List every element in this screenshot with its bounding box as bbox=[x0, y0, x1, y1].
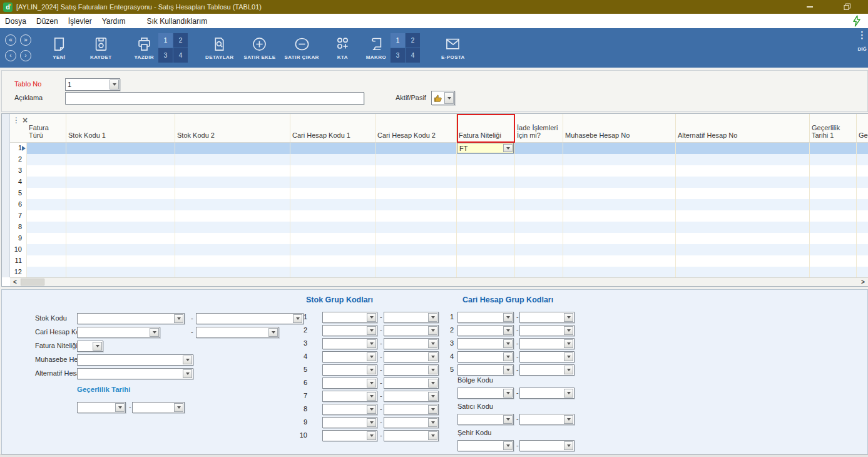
yeni-button[interactable]: YENİ bbox=[51, 36, 68, 60]
diger-button[interactable]: ⋮ DİĞ bbox=[857, 32, 867, 52]
grid-cell[interactable] bbox=[27, 255, 66, 267]
stock-group-combo[interactable] bbox=[384, 325, 439, 336]
grid-cell[interactable] bbox=[563, 177, 676, 188]
lightning-icon[interactable] bbox=[850, 14, 863, 29]
chevron-down-icon[interactable] bbox=[367, 313, 376, 322]
chevron-down-icon[interactable] bbox=[564, 389, 573, 398]
row-header[interactable]: 5 bbox=[10, 188, 27, 199]
row-header[interactable]: 7 bbox=[10, 210, 27, 222]
grid-cell[interactable] bbox=[676, 143, 810, 154]
grid-cell[interactable] bbox=[290, 199, 375, 210]
grid-cell[interactable] bbox=[857, 255, 868, 267]
grid-cell[interactable] bbox=[457, 222, 515, 233]
grid-column-header[interactable]: Cari Hesap Kodu 2 bbox=[375, 114, 457, 142]
stock-group-combo[interactable] bbox=[322, 404, 377, 415]
grid-cell[interactable] bbox=[66, 199, 175, 210]
chevron-down-icon[interactable] bbox=[93, 342, 102, 351]
makro-page-2[interactable]: 2 bbox=[406, 33, 420, 48]
stock-group-combo[interactable] bbox=[322, 364, 377, 376]
grid-cell[interactable] bbox=[457, 154, 515, 165]
stock-group-combo[interactable] bbox=[384, 417, 439, 428]
grid-cell[interactable] bbox=[857, 233, 868, 244]
grid-corner-cell[interactable]: ⋮× bbox=[10, 114, 27, 142]
grid-cell[interactable] bbox=[375, 188, 457, 199]
code-field-combo[interactable] bbox=[457, 440, 514, 451]
account-group-combo[interactable] bbox=[519, 325, 574, 336]
eposta-button[interactable]: E-POSTA bbox=[441, 36, 465, 60]
chevron-down-icon[interactable] bbox=[503, 366, 513, 374]
stock-group-combo[interactable] bbox=[322, 325, 377, 336]
stock-group-combo[interactable] bbox=[384, 430, 439, 441]
grid-column-header[interactable]: İade İşlemleri İçin mi? bbox=[515, 114, 563, 142]
makro-page-1[interactable]: 1 bbox=[391, 33, 405, 48]
grid-cell[interactable] bbox=[457, 165, 515, 177]
grid-cell[interactable] bbox=[515, 244, 563, 255]
kaydet-button[interactable]: KAYDET bbox=[90, 36, 112, 60]
grid-cell[interactable] bbox=[563, 233, 676, 244]
grid-cell[interactable] bbox=[457, 233, 515, 244]
grid-column-header[interactable]: Muhasebe Hesap No bbox=[563, 114, 676, 142]
grid-cell[interactable] bbox=[515, 165, 563, 177]
grid-cell[interactable] bbox=[175, 233, 290, 244]
row-header[interactable]: 12 bbox=[10, 267, 27, 278]
grid-cell[interactable] bbox=[563, 188, 676, 199]
grid-cell[interactable] bbox=[563, 267, 676, 278]
grid-cell[interactable] bbox=[290, 154, 375, 165]
grid-cell[interactable] bbox=[457, 188, 515, 199]
grid-cell[interactable] bbox=[27, 222, 66, 233]
chevron-down-icon[interactable] bbox=[564, 339, 573, 348]
grid-cell[interactable] bbox=[290, 222, 375, 233]
stock-group-combo[interactable] bbox=[322, 312, 377, 323]
grid-cell[interactable] bbox=[515, 210, 563, 222]
grid-cell[interactable] bbox=[857, 210, 868, 222]
grid-column-header[interactable]: Stok Kodu 1 bbox=[66, 114, 175, 142]
makro-page-3[interactable]: 3 bbox=[391, 48, 405, 63]
row-header[interactable]: 9 bbox=[10, 233, 27, 244]
menu-duzen[interactable]: Düzen bbox=[31, 15, 63, 28]
aktif-pasif-combo[interactable] bbox=[431, 91, 455, 105]
aciklama-input[interactable] bbox=[65, 92, 364, 105]
grid-cell[interactable] bbox=[810, 210, 857, 222]
chevron-down-icon[interactable] bbox=[428, 352, 437, 361]
chevron-down-icon[interactable] bbox=[367, 339, 376, 348]
stock-group-combo[interactable] bbox=[322, 391, 377, 402]
grid-horizontal-scrollbar[interactable]: < > bbox=[10, 277, 868, 286]
chevron-down-icon[interactable] bbox=[367, 352, 376, 361]
grid-cell[interactable] bbox=[290, 267, 375, 278]
grid-cell[interactable] bbox=[27, 210, 66, 222]
grid-cell[interactable] bbox=[175, 210, 290, 222]
chevron-down-icon[interactable] bbox=[174, 314, 183, 323]
grid-cell[interactable] bbox=[175, 188, 290, 199]
menu-yardim[interactable]: Yardım bbox=[97, 15, 131, 28]
grid-cell[interactable] bbox=[515, 177, 563, 188]
kta-button[interactable]: KTA bbox=[334, 36, 351, 60]
grid-cell[interactable] bbox=[810, 177, 857, 188]
grid-cell[interactable] bbox=[27, 188, 66, 199]
grid-cell[interactable] bbox=[676, 199, 810, 210]
grid-cell[interactable] bbox=[457, 210, 515, 222]
account-group-combo[interactable] bbox=[519, 351, 574, 362]
chevron-down-icon[interactable] bbox=[428, 431, 437, 440]
chevron-down-icon[interactable] bbox=[367, 326, 376, 335]
stock-group-combo[interactable] bbox=[384, 312, 439, 323]
grid-cell[interactable] bbox=[676, 188, 810, 199]
menu-islevler[interactable]: İşlevler bbox=[63, 15, 97, 28]
grid-column-header[interactable]: Fatura Niteliği bbox=[457, 114, 515, 142]
code-field-combo[interactable] bbox=[519, 414, 574, 425]
grid-cell[interactable] bbox=[857, 143, 868, 154]
menu-dosya[interactable]: Dosya bbox=[0, 15, 31, 28]
grid-cell[interactable] bbox=[810, 267, 857, 278]
makro-button[interactable]: MAKRO bbox=[366, 36, 386, 60]
chevron-down-icon[interactable] bbox=[115, 403, 125, 412]
chevron-down-icon[interactable] bbox=[367, 405, 376, 414]
grid-cell[interactable] bbox=[563, 255, 676, 267]
grid-cell[interactable] bbox=[515, 255, 563, 267]
validity-to-combo[interactable] bbox=[132, 402, 185, 413]
chevron-down-icon[interactable] bbox=[564, 313, 573, 322]
grid-cell[interactable] bbox=[857, 244, 868, 255]
grid-cell[interactable] bbox=[27, 177, 66, 188]
account-group-combo[interactable] bbox=[457, 312, 514, 323]
grid-cell[interactable] bbox=[857, 188, 868, 199]
grid-cell[interactable] bbox=[175, 255, 290, 267]
chevron-down-icon[interactable] bbox=[268, 328, 278, 337]
